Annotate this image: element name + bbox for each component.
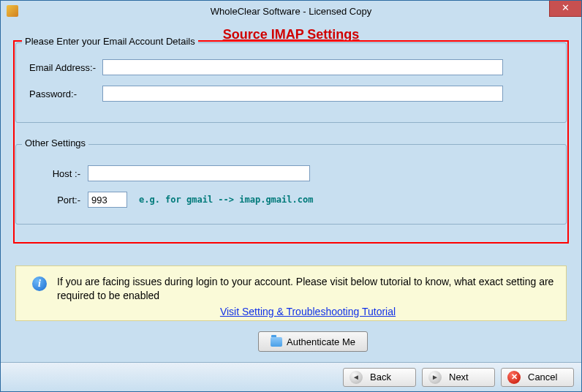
window-title: WholeClear Software - Licensed Copy [1, 6, 581, 17]
email-input[interactable] [102, 59, 503, 75]
close-button[interactable]: ✕ [549, 1, 581, 17]
other-settings-group: Other Settings Host :- Port:- e.g. for g… [15, 144, 567, 225]
authenticate-button[interactable]: Authenticate Me [258, 331, 368, 352]
port-label: Port:- [29, 195, 88, 206]
password-input[interactable] [102, 86, 503, 102]
host-label: Host :- [29, 168, 88, 179]
port-row: Port:- e.g. for gmail --> imap.gmail.com [29, 192, 559, 208]
close-icon: ✕ [562, 2, 570, 13]
content-area: Source IMAP Settings Please Enter your E… [1, 21, 581, 391]
next-label: Next [449, 372, 469, 382]
info-text: If you are facing issues during login to… [57, 275, 559, 303]
other-settings-legend: Other Settings [22, 137, 88, 148]
password-label: Password:- [29, 88, 102, 99]
info-icon: i [32, 276, 47, 291]
email-label: Email Address:- [29, 62, 102, 73]
troubleshoot-link[interactable]: Visit Setting & Troubleshooting Tutorial [57, 306, 559, 317]
back-label: Back [370, 372, 391, 382]
info-body: If you are facing issues during login to… [57, 275, 559, 314]
account-details-legend: Please Enter your Email Account Details [22, 36, 198, 47]
host-input[interactable] [88, 165, 310, 181]
wizard-nav-bar: ◄ Back ► Next ✕ Cancel [1, 362, 581, 391]
authenticate-label: Authenticate Me [287, 336, 355, 347]
host-row: Host :- [29, 165, 559, 181]
folder-icon [271, 337, 282, 347]
email-row: Email Address:- [29, 59, 559, 75]
cancel-icon: ✕ [507, 371, 521, 384]
port-input[interactable] [88, 192, 127, 208]
app-window: WholeClear Software - Licensed Copy ✕ So… [0, 0, 582, 392]
back-button[interactable]: ◄ Back [343, 368, 416, 387]
app-icon [7, 5, 18, 17]
back-arrow-icon: ◄ [349, 371, 363, 384]
titlebar: WholeClear Software - Licensed Copy ✕ [1, 1, 581, 21]
next-button[interactable]: ► Next [422, 368, 495, 387]
account-details-group: Please Enter your Email Account Details … [15, 42, 567, 123]
host-hint: e.g. for gmail --> imap.gmail.com [139, 195, 313, 205]
password-row: Password:- [29, 86, 559, 102]
next-arrow-icon: ► [428, 371, 442, 384]
cancel-label: Cancel [528, 372, 557, 382]
cancel-button[interactable]: ✕ Cancel [501, 368, 574, 387]
info-panel: i If you are facing issues during login … [15, 265, 567, 321]
